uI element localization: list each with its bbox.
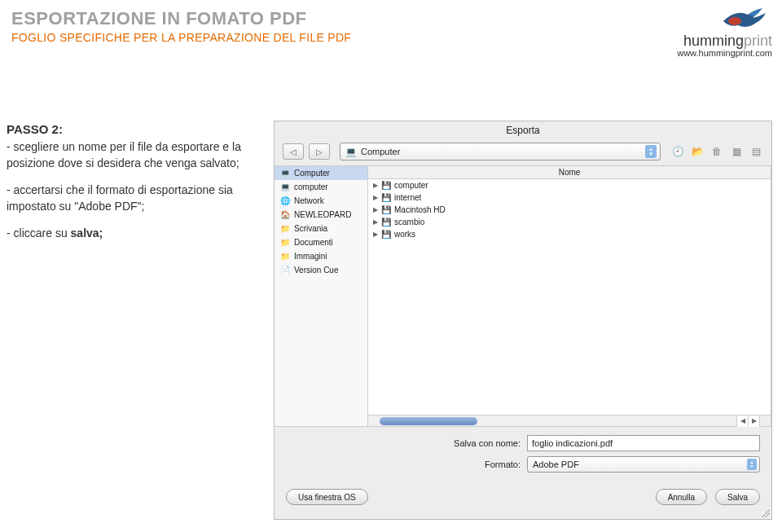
page-header: ESPORTAZIONE IN FOMATO PDF FOGLIO SPECIF… [0,0,782,47]
sidebar-item-icon: 🏠 [279,210,291,219]
trash-icon[interactable]: 🗑 [710,144,724,159]
format-value: Adobe PDF [533,459,579,469]
save-button[interactable]: Salva [715,489,760,505]
nav-back-button[interactable]: ◁ [283,143,304,160]
computer-icon: 💻 [345,147,357,157]
nav-forward-button[interactable]: ▷ [309,143,330,160]
instruction-2: - accertarsi che il formato di esportazi… [7,182,267,214]
file-row[interactable]: ▶💾scambio [368,216,771,228]
dialog-toolbar: ◁ ▷ 💻 Computer ▲▼ 🕘 📂 🗑 ▦ ▤ [275,141,771,166]
sidebar-item-scrivania[interactable]: 📁Scrivania [275,222,367,235]
sidebar-item-label: Computer [294,169,330,178]
popup-arrows-icon: ▲▼ [747,459,757,470]
file-column: Nome ▶💾computer▶💾internet▶💾Macintosh HD▶… [368,166,771,426]
view-icon-2[interactable]: ▤ [749,144,763,159]
volume-icon: 💾 [380,230,392,239]
page-title: ESPORTAZIONE IN FOMATO PDF [11,8,771,29]
sidebar-item-icon: 📁 [279,252,291,261]
sidebar-item-label: Documenti [294,238,333,247]
disclosure-triangle-icon: ▶ [373,218,378,226]
file-row[interactable]: ▶💾computer [368,179,771,191]
file-row[interactable]: ▶💾works [368,228,771,240]
page-subtitle: FOGLIO SPECIFICHE PER LA PREPARAZIONE DE… [11,31,771,44]
new-folder-icon[interactable]: 📂 [690,144,705,159]
sidebar-item-icon: 💻 [279,169,291,178]
filename-input[interactable] [527,435,760,451]
location-popup[interactable]: 💻 Computer ▲▼ [340,143,661,160]
scroll-corner [759,415,771,426]
history-icon[interactable]: 🕘 [670,144,685,159]
disclosure-triangle-icon: ▶ [373,182,378,189]
sidebar-item-icon: 📁 [279,224,291,233]
location-label: Computer [361,147,400,156]
volume-icon: 💾 [380,218,392,226]
file-row[interactable]: ▶💾Macintosh HD [368,204,771,216]
popup-arrows-icon: ▲▼ [645,145,657,158]
horizontal-scrollbar[interactable]: ◀ ▶ [368,415,759,426]
sidebar-item-label: computer [294,182,328,191]
instruction-1: - scegliere un nome per il file da espor… [7,139,267,171]
file-label: scambio [394,218,424,226]
sidebar-item-version-cue[interactable]: 📄Version Cue [275,263,367,277]
file-label: internet [394,193,421,202]
volume-icon: 💾 [380,205,392,214]
scroll-thumb[interactable] [380,417,477,425]
volume-icon: 💾 [380,193,392,202]
sidebar-item-icon: 📄 [279,266,291,275]
disclosure-triangle-icon: ▶ [373,231,378,238]
chevron-left-icon: ◁ [290,147,297,156]
sidebar-item-label: Scrivania [294,224,327,233]
dialog-buttons: Usa finestra OS Annulla Salva [275,484,771,513]
sidebar-item-icon: 💻 [279,182,291,191]
logo-block: hummingprint www.hummingprint.com [677,5,772,58]
scroll-left-icon[interactable]: ◀ [736,415,748,427]
volume-icon: 💾 [380,181,392,190]
chevron-right-icon: ▷ [316,147,323,156]
logo-url: www.hummingprint.com [677,48,772,58]
sidebar-item-label: Network [294,196,324,205]
sidebar-item-immagini[interactable]: 📁Immagini [275,249,367,263]
file-label: works [394,230,415,239]
sidebar-item-icon: 📁 [279,238,291,247]
sidebar-item-label: Immagini [294,252,327,261]
sidebar-item-documenti[interactable]: 📁Documenti [275,235,367,249]
step-label: PASSO 2: [7,121,267,138]
export-dialog: Esporta ◁ ▷ 💻 Computer ▲▼ 🕘 📂 🗑 ▦ ▤ 💻Com… [274,121,772,520]
scroll-right-icon[interactable]: ▶ [748,415,759,427]
resize-handle-icon[interactable] [762,509,770,517]
svg-point-0 [728,17,741,25]
file-browser: 💻Computer💻computer🌐Network🏠NEWLEOPARD📁Sc… [275,166,771,427]
column-header-nome[interactable]: Nome [368,166,771,179]
sidebar-item-newleopard[interactable]: 🏠NEWLEOPARD [275,208,367,222]
save-name-label: Salva con nome: [437,438,527,448]
file-row[interactable]: ▶💾internet [368,191,771,204]
sidebar-item-network[interactable]: 🌐Network [275,194,367,208]
sidebar-item-computer[interactable]: 💻Computer [275,166,367,180]
sidebar-item-label: Version Cue [294,266,338,275]
use-os-button[interactable]: Usa finestra OS [286,489,368,505]
disclosure-triangle-icon: ▶ [373,206,378,213]
instruction-3: - cliccare su salva; [7,226,267,242]
logo-text-light: print [744,33,772,49]
sidebar-item-computer[interactable]: 💻computer [275,180,367,194]
dialog-title: Esporta [275,121,771,141]
format-label: Formato: [437,459,527,469]
format-popup[interactable]: Adobe PDF ▲▼ [527,456,760,473]
disclosure-triangle-icon: ▶ [373,194,378,201]
logo-text-bold: humming [683,33,744,49]
sidebar: 💻Computer💻computer🌐Network🏠NEWLEOPARD📁Sc… [275,166,368,426]
view-icon-1[interactable]: ▦ [729,144,744,159]
file-label: computer [394,181,428,190]
instructions-column: PASSO 2: - scegliere un nome per il file… [7,121,267,520]
sidebar-item-label: NEWLEOPARD [294,210,351,219]
cancel-button[interactable]: Annulla [656,489,707,505]
logo-text: hummingprint [677,33,772,50]
sidebar-item-icon: 🌐 [279,196,291,205]
file-label: Macintosh HD [394,205,446,214]
dialog-form: Salva con nome: Formato: Adobe PDF ▲▼ [275,427,771,484]
